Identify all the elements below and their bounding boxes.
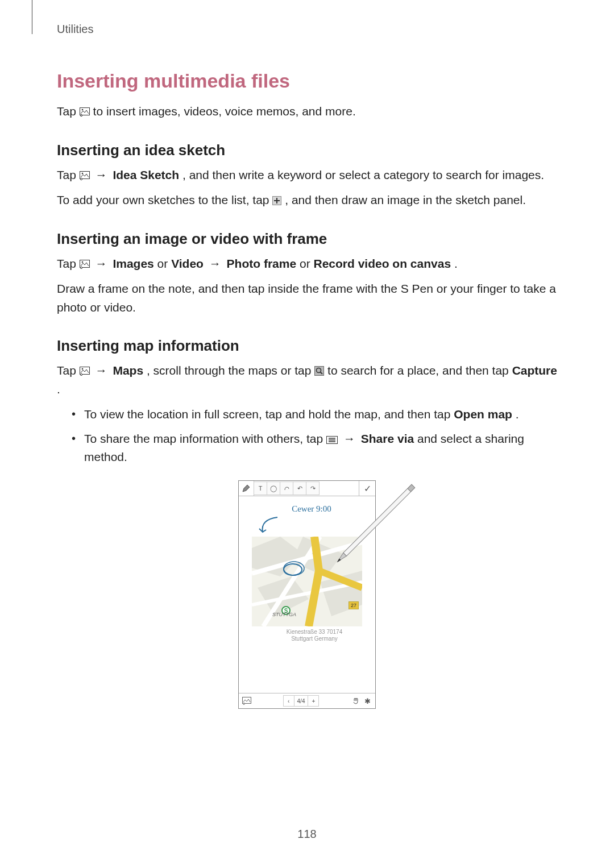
subsection-map: Inserting map information: [57, 337, 557, 355]
map-route-badge: 27: [349, 601, 359, 609]
map-label: STUTTGA: [272, 612, 296, 617]
arrow-icon: →: [207, 257, 227, 270]
insert-multimedia-icon: [80, 171, 90, 180]
subsection-idea-sketch: Inserting an idea sketch: [57, 142, 557, 159]
svg-rect-37: [243, 697, 251, 704]
intro-paragraph: Tap to insert images, videos, voice memo…: [57, 102, 557, 121]
map-bullets: To view the location in full screen, tap…: [57, 405, 557, 467]
svg-point-12: [81, 261, 83, 263]
capture-label: Capture: [512, 364, 557, 377]
toolbar-redo-button[interactable]: ↷: [306, 481, 320, 495]
text: To share the map information with others…: [84, 432, 326, 445]
text: Tap: [57, 364, 80, 377]
text: to insert images, videos, voice memos, a…: [93, 105, 356, 118]
device-canvas: Cewer 9:00: [239, 496, 375, 693]
svg-point-6: [81, 172, 83, 174]
toolbar-eraser-button[interactable]: ◯: [267, 481, 280, 495]
text: or: [157, 257, 172, 270]
idea-sketch-p2: To add your own sketches to the list, ta…: [57, 191, 557, 210]
images-label: Images: [113, 257, 154, 270]
arrow-icon: →: [93, 257, 113, 270]
device-toolbar: T ◯ ↶ ↷ ✓: [239, 481, 375, 496]
text: , and then write a keyword or select a c…: [182, 168, 544, 181]
text: To view the location in full screen, tap…: [84, 408, 454, 421]
section-heading: Inserting multimedia files: [57, 70, 557, 92]
arrow-icon: →: [93, 168, 113, 181]
frame-p1: Tap → Images or Video → Photo frame or R…: [57, 255, 557, 273]
idea-sketch-p1: Tap → Idea Sketch , and then write a key…: [57, 166, 557, 185]
menu-icon: [326, 436, 338, 444]
svg-point-7: [80, 178, 82, 180]
map-caption: Kienestraße 33 70174 Stuttgart Germany: [242, 626, 372, 642]
map-bullet-share-via: To share the map information with others…: [84, 430, 557, 467]
text: , scroll through the maps or tap: [147, 364, 314, 377]
handwriting-text: Cewer 9:00: [242, 500, 372, 515]
page-margin-line: [32, 0, 32, 34]
video-label: Video: [171, 257, 204, 270]
device-mockup: T ◯ ↶ ↷ ✓ Cewer 9:00: [238, 480, 376, 709]
toolbar-confirm-icon[interactable]: ✓: [359, 481, 375, 496]
toolbar-text-button[interactable]: T: [254, 481, 267, 495]
arrow-icon: →: [93, 364, 113, 377]
map-p1: Tap → Maps , scroll through the maps or …: [57, 362, 557, 398]
text: .: [516, 408, 519, 421]
insert-multimedia-icon: [80, 367, 90, 376]
svg-rect-11: [80, 260, 89, 267]
subsection-frame: Inserting an image or video with frame: [57, 230, 557, 248]
svg-point-13: [80, 267, 82, 268]
text: to search for a place, and then tap: [327, 364, 512, 377]
insert-multimedia-icon: [80, 107, 90, 117]
svg-rect-5: [80, 171, 89, 178]
bottombar-settings-icon[interactable]: ✱: [362, 695, 373, 707]
toolbar-shape-button[interactable]: [280, 481, 293, 495]
text: To add your own sketches to the list, ta…: [57, 193, 272, 206]
text: or: [300, 257, 314, 270]
device-bottombar: ‹ 4/4 + ✱: [239, 693, 375, 708]
svg-rect-42: [408, 484, 415, 492]
idea-sketch-label: Idea Sketch: [113, 168, 179, 181]
pager-prev-button[interactable]: ‹: [283, 695, 294, 707]
page-number: 118: [0, 828, 614, 841]
map-thumbnail[interactable]: S STUTTGA 27: [252, 537, 362, 626]
insert-multimedia-icon: [80, 260, 90, 269]
arrow-icon: →: [341, 432, 361, 445]
map-caption-line2: Stuttgart Germany: [257, 636, 372, 642]
text: Tap: [57, 257, 80, 270]
open-map-label: Open map: [454, 408, 512, 421]
text: Tap: [57, 168, 80, 181]
pager-add-button[interactable]: +: [308, 695, 319, 707]
plus-icon: [272, 196, 281, 205]
text: Tap: [57, 105, 80, 118]
handwriting-arrow-icon: [255, 515, 289, 535]
bottombar-hand-icon[interactable]: [350, 695, 362, 707]
bottombar-insert-icon[interactable]: [241, 695, 252, 707]
maps-label: Maps: [113, 364, 143, 377]
svg-marker-24: [243, 485, 250, 492]
svg-point-1: [81, 109, 83, 111]
share-via-label: Share via: [361, 432, 414, 445]
frame-p2: Draw a frame on the note, and then tap i…: [57, 280, 557, 317]
map-caption-line1: Kienestraße 33 70174: [257, 629, 372, 636]
search-icon: [314, 366, 324, 376]
svg-point-38: [243, 703, 245, 705]
map-bullet-open-map: To view the location in full screen, tap…: [84, 405, 557, 424]
text: .: [454, 257, 458, 270]
page-header-section: Utilities: [57, 23, 557, 36]
svg-point-16: [80, 374, 82, 376]
record-video-label: Record video on canvas: [313, 257, 451, 270]
toolbar-undo-button[interactable]: ↶: [293, 481, 306, 495]
pager-number: 4/4: [294, 695, 309, 707]
bottombar-pager: ‹ 4/4 +: [284, 695, 320, 707]
svg-rect-14: [80, 367, 89, 375]
toolbar-group: T ◯ ↶ ↷: [254, 481, 320, 496]
text: .: [57, 383, 60, 396]
pen-tool-icon[interactable]: [239, 481, 254, 496]
svg-rect-0: [80, 108, 89, 115]
text: , and then draw an image in the sketch p…: [285, 193, 526, 206]
figure: T ◯ ↶ ↷ ✓ Cewer 9:00: [57, 480, 557, 709]
photo-frame-label: Photo frame: [227, 257, 297, 270]
svg-point-15: [81, 368, 83, 370]
